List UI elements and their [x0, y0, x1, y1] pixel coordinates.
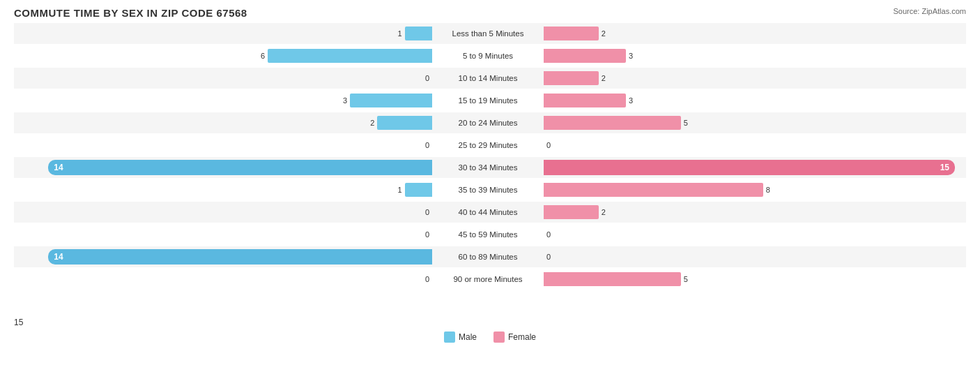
female-value: 2 — [602, 29, 606, 38]
male-value: 6 — [261, 52, 265, 60]
bar-row: 1460 to 89 Minutes0 — [14, 246, 966, 267]
legend-male: Male — [444, 332, 477, 343]
bar-row: 220 to 24 Minutes5 — [14, 112, 966, 133]
bar-label: 30 to 34 Minutes — [432, 163, 544, 172]
bar-row: 135 to 39 Minutes8 — [14, 179, 966, 200]
female-bar — [544, 183, 763, 197]
bar-label: 15 to 19 Minutes — [432, 96, 544, 105]
legend-female-box — [493, 332, 505, 343]
bar-label: 40 to 44 Minutes — [432, 208, 544, 216]
female-bar — [544, 116, 681, 130]
female-bar — [544, 71, 599, 85]
female-bar — [544, 27, 599, 40]
female-bar — [544, 49, 626, 63]
legend-female: Female — [493, 332, 536, 343]
female-value: 0 — [546, 230, 551, 239]
bar-row: 025 to 29 Minutes0 — [14, 135, 966, 156]
bar-row: 045 to 59 Minutes0 — [14, 224, 966, 245]
male-bar — [405, 183, 432, 197]
male-bar — [405, 27, 432, 40]
bar-row: 090 or more Minutes5 — [14, 269, 966, 290]
bar-row: 315 to 19 Minutes3 — [14, 90, 966, 111]
bar-label: Less than 5 Minutes — [432, 29, 544, 38]
bar-label: 20 to 24 Minutes — [432, 119, 544, 127]
bar-label: 25 to 29 Minutes — [432, 141, 544, 149]
chart-container: COMMUTE TIME BY SEX IN ZIP CODE 67568 So… — [0, 0, 980, 365]
bars-area: 1Less than 5 Minutes265 to 9 Minutes3010… — [14, 23, 966, 316]
bar-row: 65 to 9 Minutes3 — [14, 45, 966, 66]
female-value: 8 — [766, 186, 770, 194]
bar-label: 90 or more Minutes — [432, 275, 544, 283]
male-value: 0 — [425, 275, 429, 283]
female-value: 5 — [684, 119, 688, 127]
bar-label: 60 to 89 Minutes — [432, 253, 544, 261]
bar-row: 1430 to 34 Minutes15 — [14, 157, 966, 178]
bar-label: 10 to 14 Minutes — [432, 74, 544, 82]
male-bar — [350, 94, 432, 107]
bar-label: 5 to 9 Minutes — [432, 52, 544, 60]
female-value: 0 — [546, 141, 551, 149]
male-bar — [268, 49, 432, 63]
female-value: 5 — [684, 275, 688, 283]
female-value: 3 — [629, 96, 633, 105]
bar-label: 45 to 59 Minutes — [432, 230, 544, 239]
male-value: 14 — [54, 252, 63, 262]
axis-right-label: 15 — [558, 318, 980, 327]
male-value: 0 — [425, 230, 429, 239]
axis-labels: 15 15 — [14, 318, 966, 327]
bar-label: 35 to 39 Minutes — [432, 186, 544, 194]
male-bar: 14 — [48, 249, 432, 265]
legend: Male Female — [14, 332, 966, 343]
male-value: 3 — [343, 96, 347, 105]
chart-title: COMMUTE TIME BY SEX IN ZIP CODE 67568 — [14, 7, 966, 19]
female-value: 3 — [629, 52, 633, 60]
bar-row: 040 to 44 Minutes2 — [14, 202, 966, 223]
male-value: 2 — [370, 119, 374, 127]
male-bar: 14 — [48, 160, 432, 175]
legend-male-box — [444, 332, 455, 343]
female-bar — [544, 205, 599, 219]
female-value: 0 — [546, 253, 551, 261]
male-value: 14 — [54, 163, 63, 172]
female-value: 2 — [602, 208, 606, 216]
female-bar — [544, 272, 681, 286]
female-bar: 15 — [544, 160, 955, 175]
legend-male-label: Male — [459, 332, 477, 342]
male-value: 0 — [425, 141, 429, 149]
male-value: 1 — [398, 186, 402, 194]
female-bar — [544, 94, 626, 107]
source-label: Source: ZipAtlas.com — [893, 7, 966, 15]
male-bar — [377, 116, 432, 130]
male-value: 0 — [425, 208, 429, 216]
legend-female-label: Female — [508, 332, 536, 342]
axis-left-label: 15 — [14, 318, 446, 327]
bar-row: 1Less than 5 Minutes2 — [14, 23, 966, 44]
bar-row: 010 to 14 Minutes2 — [14, 68, 966, 89]
female-value: 15 — [940, 163, 949, 172]
male-value: 0 — [425, 74, 429, 82]
male-value: 1 — [398, 29, 402, 38]
female-value: 2 — [602, 74, 606, 82]
